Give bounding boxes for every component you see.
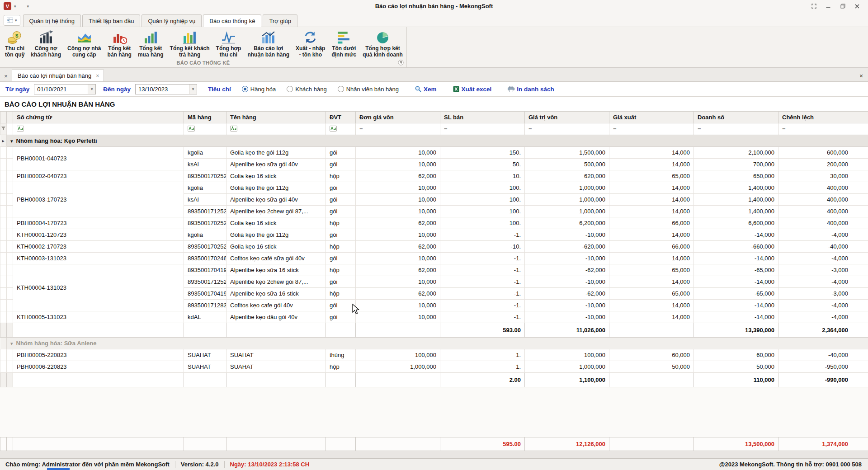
chenh-lech-cell[interactable]: -4,000	[778, 300, 868, 311]
filter-cell-chenh-lech[interactable]: =	[778, 123, 868, 135]
ten-hang-cell[interactable]: Alpenlibe kẹo sữa gói 40v	[226, 159, 326, 170]
chenh-lech-cell[interactable]: -4,000	[778, 276, 868, 288]
sl-ban-cell[interactable]: -1.	[440, 311, 525, 323]
doanh-so-cell[interactable]: 1,400,000	[694, 182, 778, 194]
ribbon-button-bao-cao-loi-nhuan-ban-hang[interactable]: Báo cáo lợinhuận bán hàng	[244, 28, 292, 58]
so-chung-tu-cell[interactable]: KTH00004-131023	[13, 264, 184, 311]
gia-tri-von-cell[interactable]: 620,000	[525, 170, 609, 182]
doanh-so-cell[interactable]: -14,000	[694, 276, 778, 288]
don-gia-von-cell[interactable]: 10,000	[356, 229, 440, 241]
ten-hang-cell[interactable]: Alpenlibe kẹo 2chew gói 87,...	[226, 206, 326, 217]
dvt-cell[interactable]: gói	[326, 159, 356, 170]
sl-ban-cell[interactable]: 1.	[440, 349, 525, 361]
print-list-button[interactable]: In danh sách	[508, 86, 554, 93]
chenh-lech-cell[interactable]: 400,000	[778, 206, 868, 217]
filter-cell-sl-ban[interactable]: =	[440, 123, 525, 135]
don-gia-von-cell[interactable]: 10,000	[356, 253, 440, 264]
chenh-lech-cell[interactable]: 400,000	[778, 194, 868, 206]
to-date-dropdown-icon[interactable]: ▾	[189, 85, 197, 94]
table-row[interactable]: KTH00002-1707238935001702528Golia kẹo 16…	[0, 241, 868, 253]
table-row[interactable]: PBH00006-220823SUAHATSUAHAThộp1,000,0001…	[0, 361, 868, 373]
don-gia-von-cell[interactable]: 10,000	[356, 159, 440, 170]
ten-hang-cell[interactable]: SUAHAT	[226, 349, 326, 361]
col-header-gia-xuat[interactable]: Giá xuất	[609, 112, 694, 123]
ma-hang-cell[interactable]: 8935001702467	[184, 253, 226, 264]
gia-tri-von-cell[interactable]: -62,000	[525, 264, 609, 276]
col-header-so-chung-tu[interactable]: Số chứng từ	[13, 112, 184, 123]
close-all-documents-button[interactable]: ×	[854, 70, 868, 81]
ma-hang-cell[interactable]: ksAl	[184, 194, 226, 206]
ten-hang-cell[interactable]: Golia kẹo the gói 112g	[226, 147, 326, 159]
ribbon-button-cong-no-khach-hang[interactable]: Công nợkhách hàng	[28, 28, 64, 58]
chenh-lech-cell[interactable]: 600,000	[778, 147, 868, 159]
doanh-so-cell[interactable]: -14,000	[694, 229, 778, 241]
col-header-don-gia-von[interactable]: Đơn giá vốn	[356, 112, 440, 123]
ten-hang-cell[interactable]: SUAHAT	[226, 361, 326, 373]
gia-tri-von-cell[interactable]: -10,000	[525, 253, 609, 264]
ma-hang-cell[interactable]: 8935001712527	[184, 276, 226, 288]
sl-ban-cell[interactable]: 10.	[440, 170, 525, 182]
doanh-so-cell[interactable]: -14,000	[694, 300, 778, 311]
radio-hang-hoa[interactable]: Hàng hóa	[242, 86, 276, 93]
so-chung-tu-cell[interactable]: KTH00005-131023	[13, 311, 184, 323]
gia-tri-von-cell[interactable]: -62,000	[525, 288, 609, 300]
dvt-cell[interactable]: hộp	[326, 170, 356, 182]
logo-dropdown-icon[interactable]: ▾	[14, 4, 16, 9]
group-cell[interactable]: ▾Nhóm hàng hóa: Sữa Anlene	[7, 338, 868, 349]
doanh-so-cell[interactable]: 700,000	[694, 159, 778, 170]
gia-tri-von-cell[interactable]: 500,000	[525, 159, 609, 170]
gia-tri-von-cell[interactable]: 100,000	[525, 349, 609, 361]
quick-access-dropdown-icon[interactable]: ▾	[27, 4, 29, 9]
dvt-cell[interactable]: gói	[326, 182, 356, 194]
gia-tri-von-cell[interactable]: -10,000	[525, 276, 609, 288]
doanh-so-cell[interactable]: 1,400,000	[694, 206, 778, 217]
gia-xuat-cell[interactable]: 65,000	[609, 288, 694, 300]
dvt-cell[interactable]: gói	[326, 206, 356, 217]
chenh-lech-cell[interactable]: -40,000	[778, 349, 868, 361]
view-button[interactable]: Xem	[415, 86, 437, 93]
filter-cell-gia-tri-von[interactable]: =	[525, 123, 609, 135]
chenh-lech-cell[interactable]: -4,000	[778, 229, 868, 241]
group-row[interactable]: ▸▾Nhóm hàng hóa: Kẹo Perfetti	[0, 135, 868, 147]
ribbon-collapse-button[interactable]	[398, 60, 404, 66]
restore-button[interactable]	[836, 2, 849, 11]
don-gia-von-cell[interactable]: 62,000	[356, 241, 440, 253]
doanh-so-cell[interactable]: -660,000	[694, 241, 778, 253]
ten-hang-cell[interactable]: Golia kẹo the gói 112g	[226, 182, 326, 194]
sl-ban-cell[interactable]: 100.	[440, 182, 525, 194]
sl-ban-cell[interactable]: 1.	[440, 361, 525, 373]
close-window-button[interactable]	[851, 2, 863, 11]
ma-hang-cell[interactable]: 8935001702528	[184, 241, 226, 253]
ribbon-button-tong-hop-thu-chi[interactable]: Tổng hợpthu chi	[213, 28, 245, 58]
gia-xuat-cell[interactable]: 66,000	[609, 217, 694, 229]
group-cell[interactable]: ▾Nhóm hàng hóa: Kẹo Perfetti	[7, 135, 868, 147]
dvt-cell[interactable]: hộp	[326, 361, 356, 373]
ribbon-tab-quan-tri-he-thong[interactable]: Quản trị hệ thống	[23, 14, 81, 27]
doanh-so-cell[interactable]: 650,000	[694, 170, 778, 182]
gia-xuat-cell[interactable]: 14,000	[609, 206, 694, 217]
so-chung-tu-cell[interactable]: PBH00005-220823	[13, 349, 184, 361]
doanh-so-cell[interactable]: 2,100,000	[694, 147, 778, 159]
don-gia-von-cell[interactable]: 62,000	[356, 288, 440, 300]
minimize-button[interactable]	[822, 2, 835, 11]
table-row[interactable]: PBH00005-220823SUAHATSUAHATthùng100,0001…	[0, 349, 868, 361]
ma-hang-cell[interactable]: 8935001702528	[184, 170, 226, 182]
sl-ban-cell[interactable]: 50.	[440, 159, 525, 170]
ribbon-button-tong-ket-mua-hang[interactable]: Tổng kếtmua hàng	[135, 28, 167, 58]
doanh-so-cell[interactable]: -14,000	[694, 311, 778, 323]
dvt-cell[interactable]: gói	[326, 194, 356, 206]
table-row[interactable]: KTH00004-1310238935001704195Alpenlibe kẹ…	[0, 264, 868, 276]
col-header-doanh-so[interactable]: Doanh số	[694, 112, 778, 123]
gia-xuat-cell[interactable]: 14,000	[609, 311, 694, 323]
ma-hang-cell[interactable]: SUAHAT	[184, 349, 226, 361]
sl-ban-cell[interactable]: -1.	[440, 229, 525, 241]
don-gia-von-cell[interactable]: 62,000	[356, 217, 440, 229]
ribbon-button-tong-hop-ket-qua-kinh-doanh[interactable]: Tổng hợp kếtquả kinh doanh	[359, 28, 406, 58]
ma-hang-cell[interactable]: ksAl	[184, 159, 226, 170]
table-row[interactable]: KTH00005-131023kdALAlpenlibe kẹo dâu gói…	[0, 311, 868, 323]
don-gia-von-cell[interactable]: 10,000	[356, 311, 440, 323]
don-gia-von-cell[interactable]: 10,000	[356, 182, 440, 194]
col-header-gia-tri-von[interactable]: Giá trị vốn	[525, 112, 609, 123]
don-gia-von-cell[interactable]: 10,000	[356, 206, 440, 217]
gia-xuat-cell[interactable]: 50,000	[609, 361, 694, 373]
